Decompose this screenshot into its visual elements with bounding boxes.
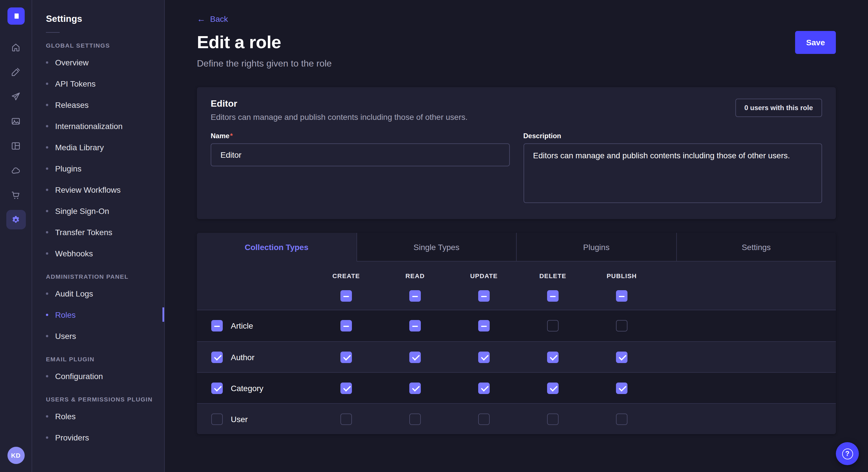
select-all-create-checkbox[interactable] bbox=[340, 290, 352, 302]
transfer-plane-icon[interactable] bbox=[6, 87, 26, 106]
users-count-badge: 0 users with this role bbox=[735, 99, 822, 117]
bullet-icon bbox=[46, 252, 48, 255]
sidebar-item-api-tokens[interactable]: API Tokens bbox=[46, 73, 164, 94]
bullet-icon bbox=[46, 103, 48, 106]
permission-checkbox[interactable] bbox=[547, 320, 559, 332]
permission-checkbox[interactable] bbox=[478, 320, 490, 332]
cloud-icon[interactable] bbox=[6, 161, 26, 180]
sidebar-item-label: Configuration bbox=[55, 371, 103, 380]
select-all-update-checkbox[interactable] bbox=[478, 290, 490, 302]
page-subtitle: Define the rights given to the role bbox=[197, 59, 836, 69]
permission-checkbox[interactable] bbox=[616, 320, 627, 332]
permission-checkbox[interactable] bbox=[340, 413, 352, 425]
strapi-logo-icon[interactable] bbox=[7, 7, 24, 25]
permission-checkbox[interactable] bbox=[409, 351, 421, 363]
sidebar-item-users[interactable]: Users bbox=[46, 325, 164, 346]
select-all-publish-checkbox[interactable] bbox=[616, 290, 627, 302]
bullet-icon bbox=[46, 61, 48, 63]
back-link[interactable]: ← Back bbox=[197, 14, 228, 23]
bullet-icon bbox=[46, 189, 48, 191]
name-field-group: Name* bbox=[211, 132, 509, 205]
home-icon[interactable] bbox=[6, 37, 26, 57]
column-labels-row: CREATE READ UPDATE DELETE PUBLISH bbox=[197, 270, 836, 282]
description-field-label: Description bbox=[523, 132, 822, 140]
permission-checkbox[interactable] bbox=[547, 382, 559, 394]
help-button[interactable]: ? bbox=[836, 442, 859, 465]
permission-checkbox[interactable] bbox=[616, 382, 627, 394]
sidebar-item-plugins[interactable]: Plugins bbox=[46, 158, 164, 179]
select-all-row bbox=[197, 282, 836, 310]
column-header-publish: PUBLISH bbox=[587, 272, 656, 279]
permission-checkbox[interactable] bbox=[340, 382, 352, 394]
bullet-icon bbox=[46, 167, 48, 169]
permission-row-category: Category bbox=[197, 372, 836, 403]
role-heading-block: Editor Editors can manage and publish co… bbox=[211, 99, 468, 122]
sidebar-item-webhooks[interactable]: Webhooks bbox=[46, 243, 164, 264]
permission-checkbox[interactable] bbox=[340, 351, 352, 363]
sidebar-item-releases[interactable]: Releases bbox=[46, 94, 164, 115]
sidebar-item-roles[interactable]: Roles bbox=[46, 304, 164, 325]
content-type-builder-icon[interactable] bbox=[6, 136, 26, 156]
permission-row-user: User bbox=[197, 403, 836, 434]
permission-checkbox[interactable] bbox=[409, 413, 421, 425]
permission-checkbox[interactable] bbox=[478, 413, 490, 425]
name-field-label: Name* bbox=[211, 132, 509, 140]
tab-collection-types[interactable]: Collection Types bbox=[197, 233, 356, 262]
permission-checkbox[interactable] bbox=[478, 382, 490, 394]
permissions-tabs: Collection Types Single Types Plugins Se… bbox=[197, 233, 836, 262]
required-asterisk: * bbox=[230, 132, 232, 140]
back-arrow-icon: ← bbox=[197, 14, 206, 23]
role-fields: Name* Description Editors can manage and… bbox=[211, 132, 822, 205]
user-avatar[interactable]: KD bbox=[7, 447, 24, 464]
question-mark-icon: ? bbox=[842, 448, 853, 459]
row-label: Category bbox=[231, 383, 264, 393]
select-all-read-checkbox[interactable] bbox=[409, 290, 421, 302]
tab-plugins[interactable]: Plugins bbox=[516, 233, 676, 262]
sidebar-item-media-library[interactable]: Media Library bbox=[46, 136, 164, 158]
sidebar-item-label: Roles bbox=[55, 411, 76, 421]
tab-single-types[interactable]: Single Types bbox=[356, 233, 516, 262]
sidebar-item-overview[interactable]: Overview bbox=[46, 52, 164, 73]
row-checkbox[interactable] bbox=[211, 320, 223, 332]
main-content: ← Back Edit a role Save Define the right… bbox=[165, 0, 868, 472]
sidebar-item-review-workflows[interactable]: Review Workflows bbox=[46, 179, 164, 200]
select-all-delete-checkbox[interactable] bbox=[547, 290, 559, 302]
bullet-icon bbox=[46, 210, 48, 212]
role-details-card: Editor Editors can manage and publish co… bbox=[197, 87, 836, 219]
sidebar-item-up-roles[interactable]: Roles bbox=[46, 405, 164, 427]
sidebar-item-transfer-tokens[interactable]: Transfer Tokens bbox=[46, 222, 164, 243]
permission-checkbox[interactable] bbox=[409, 382, 421, 394]
sidebar-item-internationalization[interactable]: Internationalization bbox=[46, 115, 164, 136]
tab-settings[interactable]: Settings bbox=[676, 233, 836, 262]
permission-checkbox[interactable] bbox=[547, 351, 559, 363]
permission-row-article: Article bbox=[197, 310, 836, 341]
sidebar-item-providers[interactable]: Providers bbox=[46, 427, 164, 448]
row-checkbox[interactable] bbox=[211, 382, 223, 394]
page-title: Edit a role bbox=[197, 32, 281, 53]
permissions-card: Collection Types Single Types Plugins Se… bbox=[197, 233, 836, 434]
save-button[interactable]: Save bbox=[795, 31, 836, 54]
bullet-icon bbox=[46, 292, 48, 295]
permission-checkbox[interactable] bbox=[547, 413, 559, 425]
sidebar-item-label: Providers bbox=[55, 433, 89, 442]
permission-checkbox[interactable] bbox=[616, 413, 627, 425]
bullet-icon bbox=[46, 146, 48, 148]
permission-checkbox[interactable] bbox=[478, 351, 490, 363]
description-field-group: Description Editors can manage and publi… bbox=[523, 132, 822, 205]
sidebar-item-single-sign-on[interactable]: Single Sign-On bbox=[46, 200, 164, 222]
row-checkbox[interactable] bbox=[211, 351, 223, 363]
row-checkbox[interactable] bbox=[211, 413, 223, 425]
sidebar-item-audit-logs[interactable]: Audit Logs bbox=[46, 283, 164, 304]
sidebar-item-label: Media Library bbox=[55, 142, 104, 152]
sidebar-item-label: Internationalization bbox=[55, 121, 123, 131]
permission-checkbox[interactable] bbox=[616, 351, 627, 363]
permission-checkbox[interactable] bbox=[409, 320, 421, 332]
role-description-textarea[interactable]: Editors can manage and publish contents … bbox=[523, 143, 822, 203]
role-name-input[interactable] bbox=[211, 143, 509, 166]
permission-checkbox[interactable] bbox=[340, 320, 352, 332]
content-manager-icon[interactable] bbox=[6, 62, 26, 81]
sidebar-item-configuration[interactable]: Configuration bbox=[46, 365, 164, 386]
marketplace-cart-icon[interactable] bbox=[6, 185, 26, 205]
settings-gear-icon[interactable] bbox=[6, 210, 26, 229]
media-library-icon[interactable] bbox=[6, 111, 26, 131]
